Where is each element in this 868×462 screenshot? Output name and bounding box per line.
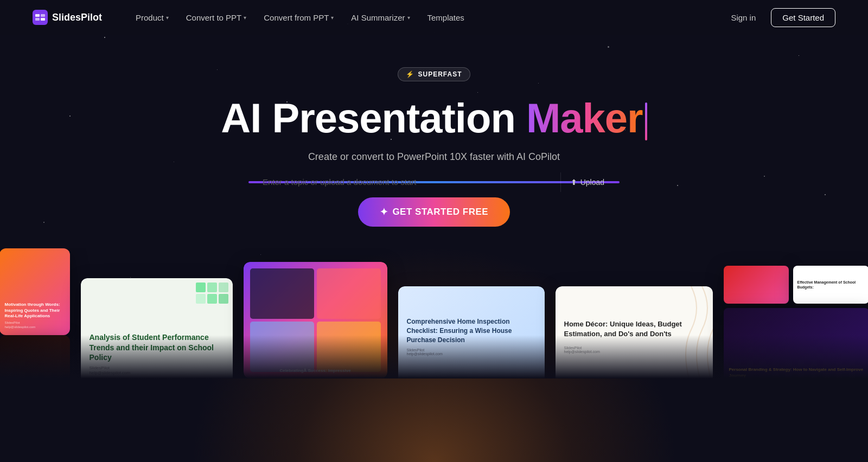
card-2-title: Analysis of Student Performance Trends a… (90, 332, 224, 362)
cards-row: Motivation through Words: Inspiring Quot… (0, 248, 868, 378)
slide-card-1: Motivation through Words: Inspiring Quot… (0, 248, 70, 335)
slide-card-2: Analysis of Student Performance Trends a… (81, 278, 233, 378)
mini-slide-4 (317, 322, 381, 372)
navigation: SlidesPilot Product ▾ Convert to PPT ▾ C… (0, 0, 868, 35)
card-4-sub: SlidesPilothelp@slidespilot.com (407, 348, 536, 356)
bolt-icon: ⚡ (406, 70, 414, 78)
upload-icon: ⬆ (571, 178, 577, 187)
superfast-badge: ⚡ SUPERFAST (398, 67, 470, 81)
convert-from-ppt-chevron-icon: ▾ (331, 15, 334, 21)
nav-ai-summarizer[interactable]: AI Summarizer ▾ (343, 9, 417, 27)
upload-button[interactable]: ⬆ Upload (560, 172, 614, 192)
sign-in-button[interactable]: Sign in (724, 9, 762, 27)
svg-rect-3 (35, 18, 40, 21)
mini-white-card-text: Effective Management of School Budgets: (797, 280, 865, 290)
search-input[interactable] (250, 168, 560, 196)
hero-subtitle: Create or convert to PowerPoint 10X fast… (308, 151, 560, 163)
slide-card-4: Comprehensive Home Inspection Checklist:… (398, 286, 545, 378)
nav-convert-from-ppt[interactable]: Convert from PPT ▾ (256, 9, 341, 27)
dark-card-text: Personal Branding & Strategy: How to Nav… (729, 367, 864, 378)
mini-white-card: Effective Management of School Budgets: (793, 266, 869, 304)
logo-text: SlidesPilot (52, 12, 102, 23)
card-4-title: Comprehensive Home Inspection Checklist:… (407, 317, 536, 344)
card-2-decoration (196, 283, 228, 304)
svg-rect-4 (41, 18, 45, 21)
hero-section: ⚡ SUPERFAST AI Presentation Maker Create… (0, 35, 868, 248)
get-started-nav-button[interactable]: Get Started (771, 8, 835, 27)
card-3-label: CelebratingÂ Success: Impressive (244, 368, 387, 373)
svg-rect-0 (33, 10, 48, 25)
cursor-icon (645, 102, 647, 140)
right-card-top-row: Effective Management of School Budgets: (724, 266, 869, 304)
nav-templates[interactable]: Templates (420, 9, 472, 27)
cards-section: Motivation through Words: Inspiring Quot… (0, 248, 868, 378)
logo-icon (33, 10, 48, 25)
slide-card-3: CelebratingÂ Success: Impressive (244, 262, 387, 378)
slide-card-1b: Maximizing Efficiency: A Guide to Time M… (0, 335, 70, 378)
card-1-sub: SlidesPilothelp@slidespilot.com (5, 321, 65, 330)
card-5-decoration (659, 286, 713, 378)
right-card-stack: Effective Management of School Budgets: … (724, 266, 869, 378)
nav-convert-to-ppt[interactable]: Convert to PPT ▾ (178, 9, 254, 27)
mini-slide-3 (250, 322, 314, 372)
hero-title: AI Presentation Maker (221, 97, 647, 140)
logo-link[interactable]: SlidesPilot (33, 10, 102, 25)
slide-card-5: Home Décor: Unique Ideas, Budget Estimat… (556, 286, 713, 378)
cta-button[interactable]: ✦ GET STARTED FREE (358, 197, 510, 227)
product-chevron-icon: ▾ (166, 15, 169, 21)
card-2-sub: SlidesPilothelp@slidespilot.com (90, 365, 224, 375)
mini-slide-2 (317, 268, 381, 319)
svg-rect-2 (41, 14, 45, 17)
dark-card-right: Personal Branding & Strategy: How to Nav… (724, 308, 869, 378)
sparkle-icon: ✦ (380, 206, 388, 218)
left-card-stack: Motivation through Words: Inspiring Quot… (0, 248, 70, 378)
nav-product[interactable]: Product ▾ (128, 9, 176, 27)
convert-to-ppt-chevron-icon: ▾ (244, 15, 246, 21)
ai-summarizer-chevron-icon: ▾ (407, 15, 410, 21)
svg-rect-1 (35, 14, 40, 17)
nav-links: Product ▾ Convert to PPT ▾ Convert from … (128, 9, 724, 27)
card-1-title: Motivation through Words: Inspiring Quot… (5, 302, 65, 319)
mini-red-card (724, 266, 789, 304)
nav-right: Sign in Get Started (724, 8, 835, 27)
mini-slide-1 (250, 268, 314, 319)
